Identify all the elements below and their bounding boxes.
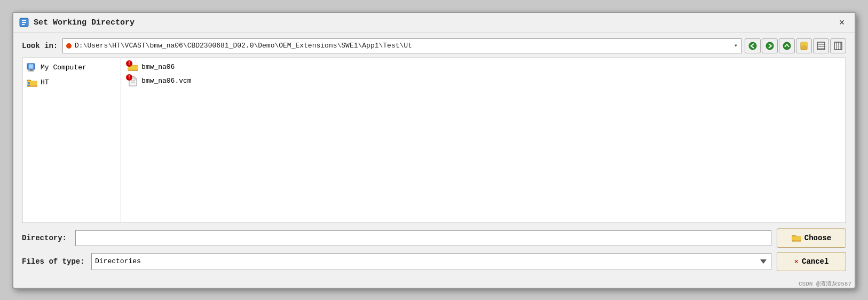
close-button[interactable]: × (834, 15, 849, 30)
svg-rect-16 (28, 70, 34, 72)
tree-item-ht-label: HT (41, 78, 49, 86)
directory-input[interactable] (75, 230, 771, 246)
up-button[interactable] (779, 38, 795, 53)
svg-point-3 (783, 42, 791, 50)
navigation-toolbar (745, 38, 846, 53)
file-item-bmw-na06-vcm-label: bmw_na06.vcm (141, 77, 192, 85)
cancel-button[interactable]: ✕ Cancel (777, 252, 846, 271)
tree-item-my-computer-label: My Computer (41, 64, 86, 72)
watermark: CSDN @渣渣灰9587 (13, 279, 855, 288)
files-of-type-select[interactable]: Directories (91, 253, 771, 270)
look-in-dot-icon (66, 43, 72, 49)
directory-row: Directory: Choose (22, 228, 846, 248)
directory-label: Directory: (22, 234, 70, 242)
file-item-bmw-na06[interactable]: ! bmw_na06 (125, 60, 841, 74)
file-list-panel: ! bmw_na06 ! bmw_na06.vcm (121, 58, 846, 223)
files-of-type-label: Files of type: (22, 257, 86, 266)
forward-button[interactable] (762, 38, 778, 53)
look-in-label: Look in: (22, 42, 59, 50)
tree-panel: My Computer HT (22, 58, 121, 223)
user-folder-icon (27, 77, 37, 88)
tree-item-my-computer[interactable]: My Computer (22, 60, 121, 75)
dialog-body: Look in: D:\Users\HT\VCAST\bmw_na06\CBD2… (13, 33, 855, 279)
look-in-row: Look in: D:\Users\HT\VCAST\bmw_na06\CBD2… (22, 38, 846, 53)
svg-point-2 (766, 42, 774, 50)
look-in-combo[interactable]: D:\Users\HT\VCAST\bmw_na06\CBD2300681_D0… (62, 38, 741, 53)
dialog-title: Set Working Directory (34, 18, 135, 27)
file-error-badge-icon: ! (126, 74, 132, 81)
title-bar-left: Set Working Directory (19, 17, 135, 28)
set-working-directory-dialog: Set Working Directory × Look in: D:\User… (12, 12, 856, 289)
folder-error-icon: ! (128, 62, 138, 73)
file-item-bmw-na06-vcm[interactable]: ! bmw_na06.vcm (125, 74, 841, 88)
svg-point-17 (28, 82, 30, 84)
files-of-type-row: Files of type: Directories ✕ Cancel (22, 252, 846, 271)
cancel-x-icon: ✕ (794, 257, 799, 266)
computer-icon (27, 62, 37, 73)
main-pane: My Computer HT (22, 58, 846, 223)
choose-button[interactable]: Choose (777, 228, 846, 248)
file-error-icon: ! (128, 76, 138, 86)
tree-item-ht[interactable]: HT (22, 75, 121, 90)
bookmark-button[interactable] (796, 38, 812, 53)
list-view-button[interactable] (830, 38, 846, 53)
file-item-bmw-na06-label: bmw_na06 (141, 63, 175, 71)
svg-rect-14 (29, 64, 33, 68)
svg-point-1 (749, 42, 756, 50)
svg-rect-15 (30, 69, 33, 70)
error-badge-icon: ! (126, 60, 132, 67)
dialog-icon (19, 17, 29, 28)
dropdown-arrow-icon: ▾ (734, 42, 738, 50)
look-in-path: D:\Users\HT\VCAST\bmw_na06\CBD2300681_D0… (75, 42, 731, 50)
choose-button-label: Choose (804, 234, 831, 242)
title-bar: Set Working Directory × (13, 13, 855, 33)
back-button[interactable] (745, 38, 761, 53)
cancel-button-label: Cancel (802, 257, 828, 266)
detail-view-button[interactable] (813, 38, 829, 53)
